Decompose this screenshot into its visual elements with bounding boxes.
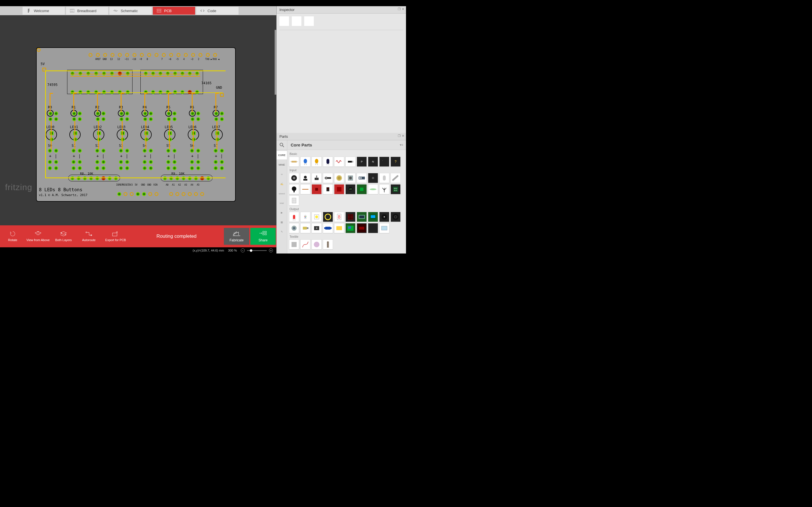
pad[interactable] xyxy=(94,71,98,75)
bin-tab-tools[interactable]: ✎ xyxy=(276,228,287,236)
pad[interactable] xyxy=(110,71,114,75)
pad[interactable] xyxy=(196,166,200,170)
bin-tab-chip[interactable]: ▦ xyxy=(276,218,287,226)
pad[interactable] xyxy=(125,166,129,170)
pad[interactable] xyxy=(188,192,192,196)
pad[interactable] xyxy=(166,160,170,164)
pad[interactable] xyxy=(220,117,224,121)
pad[interactable] xyxy=(220,160,224,164)
part-antenna[interactable] xyxy=(379,184,389,194)
pad[interactable] xyxy=(72,112,76,115)
pad[interactable] xyxy=(149,160,153,164)
pad[interactable] xyxy=(133,53,137,57)
part-stepper[interactable] xyxy=(312,223,322,233)
pad[interactable] xyxy=(37,48,41,52)
pad[interactable] xyxy=(172,112,176,115)
pad[interactable] xyxy=(101,166,105,170)
pad[interactable] xyxy=(194,192,198,196)
bin-tab-arduino[interactable]: ∞ xyxy=(276,170,287,179)
part-neopixel-ring[interactable] xyxy=(323,212,333,222)
pad[interactable] xyxy=(149,117,153,121)
pad[interactable] xyxy=(70,71,74,75)
zoom-slider[interactable] xyxy=(247,250,267,251)
pad[interactable] xyxy=(151,90,155,94)
part-led-matrix[interactable] xyxy=(345,212,356,222)
pad[interactable] xyxy=(182,192,186,196)
pad[interactable] xyxy=(181,71,185,75)
pad[interactable] xyxy=(176,53,181,57)
tab-welcome[interactable]: Welcome xyxy=(22,7,65,15)
pad[interactable] xyxy=(154,192,158,196)
pad[interactable] xyxy=(220,149,224,153)
pad[interactable] xyxy=(143,117,147,121)
pad[interactable] xyxy=(79,90,82,94)
pad[interactable] xyxy=(213,53,217,57)
pad[interactable] xyxy=(78,160,82,164)
part-zipper[interactable] xyxy=(323,239,333,249)
part-ic-dip[interactable] xyxy=(379,157,389,167)
pad[interactable] xyxy=(96,112,100,115)
pad[interactable] xyxy=(78,166,82,170)
pad[interactable] xyxy=(168,137,172,142)
pad[interactable] xyxy=(196,160,200,164)
pad[interactable] xyxy=(54,160,58,164)
pad[interactable] xyxy=(117,192,121,196)
pad[interactable] xyxy=(54,166,58,170)
pad[interactable] xyxy=(190,160,194,164)
part-rfid-reader[interactable]: RFIDID12 xyxy=(391,184,401,194)
pad[interactable] xyxy=(148,192,152,196)
pad[interactable] xyxy=(196,149,200,153)
pad[interactable] xyxy=(72,117,76,121)
bin-tab-seeed[interactable]: seeed xyxy=(276,189,287,198)
pad[interactable] xyxy=(191,117,195,121)
pad[interactable] xyxy=(162,53,166,57)
bin-tab-play[interactable]: ▶ xyxy=(276,209,287,217)
scrollbar-vertical[interactable] xyxy=(274,30,276,95)
bin-tab-intel[interactable]: intel xyxy=(276,199,287,207)
pad[interactable] xyxy=(86,90,90,94)
part-photoresistor[interactable] xyxy=(300,184,310,194)
part-flex-sensor[interactable] xyxy=(368,184,378,194)
pad[interactable] xyxy=(125,149,129,153)
pad[interactable] xyxy=(158,90,162,94)
pad[interactable] xyxy=(173,90,177,94)
pad[interactable] xyxy=(166,71,170,75)
pad[interactable] xyxy=(144,131,148,135)
fabricate-button[interactable]: Fabricate xyxy=(224,228,249,245)
panel-undock-icon[interactable]: ❐ xyxy=(398,7,401,11)
part-transistor-pnp[interactable]: P xyxy=(357,157,367,167)
part-neopixel[interactable] xyxy=(312,212,322,222)
part-tilt-switch[interactable] xyxy=(379,173,389,183)
pad[interactable] xyxy=(78,112,82,115)
pad[interactable] xyxy=(103,53,107,57)
pad[interactable] xyxy=(167,117,171,121)
pad[interactable] xyxy=(191,112,195,115)
autoroute-button[interactable]: Autoroute xyxy=(76,225,101,247)
pad[interactable] xyxy=(154,53,158,57)
pad[interactable] xyxy=(125,112,129,115)
pad[interactable] xyxy=(192,137,196,142)
part-lcd-glass[interactable] xyxy=(379,223,389,233)
pad[interactable] xyxy=(54,117,58,121)
pcb-board[interactable]: /*placeholder*/ 5V 74595 74165 GND R8, 1… xyxy=(36,47,236,202)
pad[interactable] xyxy=(149,166,153,170)
pad[interactable] xyxy=(71,166,75,170)
panel-close-icon[interactable]: ✕ xyxy=(402,134,404,138)
rotate-button[interactable]: Rotate xyxy=(0,225,26,247)
pad[interactable] xyxy=(191,53,195,57)
pad[interactable] xyxy=(200,192,204,196)
view-from-above-button[interactable]: View from Above xyxy=(26,225,51,247)
part-rotary-encoder[interactable] xyxy=(345,173,356,183)
pad[interactable] xyxy=(168,131,172,135)
pad[interactable] xyxy=(95,160,99,164)
pad[interactable] xyxy=(149,149,153,153)
part-ir-receiver[interactable] xyxy=(323,184,333,194)
pad[interactable] xyxy=(215,137,219,142)
part-buzzer[interactable] xyxy=(379,212,389,222)
pad[interactable] xyxy=(220,166,224,170)
pad[interactable] xyxy=(190,166,194,170)
pad[interactable] xyxy=(101,160,105,164)
tab-code[interactable]: Code xyxy=(196,7,239,15)
pad[interactable] xyxy=(199,53,202,57)
pad[interactable] xyxy=(102,71,106,75)
